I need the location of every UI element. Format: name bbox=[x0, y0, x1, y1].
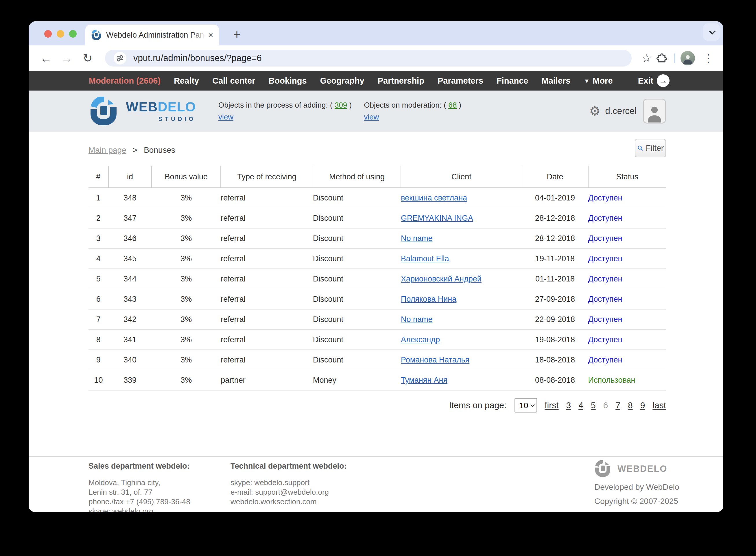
table-row: 83413%referralDiscountАлександр19-08-201… bbox=[88, 329, 666, 350]
objects-moderation-count-link[interactable]: 68 bbox=[448, 101, 457, 109]
client-link[interactable]: Харионовский Андрей bbox=[401, 275, 481, 283]
cell-bonus-value: 3% bbox=[151, 350, 221, 370]
nav-item-more[interactable]: ▼More bbox=[584, 76, 613, 85]
browser-menu-icon[interactable]: ⋮ bbox=[701, 50, 716, 66]
client-link[interactable]: Туманян Аня bbox=[401, 376, 447, 384]
client-link[interactable]: Романова Наталья bbox=[401, 355, 469, 364]
tab-strip: Webdelo Administration Panel × + bbox=[29, 21, 723, 45]
cell-id: 345 bbox=[108, 248, 151, 269]
cell-id: 340 bbox=[108, 350, 151, 370]
logo-text-delo: DELO bbox=[157, 99, 196, 114]
footer-logo-text: WEBDELO bbox=[617, 464, 667, 474]
page-link-5[interactable]: 5 bbox=[591, 401, 596, 410]
page-link-7[interactable]: 7 bbox=[615, 401, 620, 410]
status-badge: Доступен bbox=[588, 315, 622, 324]
nav-item-moderation-2606[interactable]: Moderation (2606) bbox=[89, 76, 160, 85]
page-current: 6 bbox=[603, 401, 608, 410]
minimize-window-button[interactable] bbox=[57, 30, 64, 38]
cell-status: Доступен bbox=[588, 248, 666, 269]
objects-adding-label: Objects in the process of adding: bbox=[218, 101, 328, 109]
browser-profile-avatar[interactable] bbox=[681, 51, 695, 65]
paren: ) bbox=[349, 101, 352, 109]
tab-search-chevron-button[interactable] bbox=[703, 24, 720, 41]
items-per-page-select[interactable]: 10 bbox=[514, 398, 537, 413]
objects-moderation-view-link[interactable]: view bbox=[364, 112, 379, 121]
nav-item-finance[interactable]: Finance bbox=[497, 76, 528, 85]
username[interactable]: d.cercel bbox=[605, 106, 637, 116]
footer-copyright: Copyright © 2007-2025 bbox=[594, 496, 679, 506]
status-badge: Доступен bbox=[588, 214, 622, 222]
client-link[interactable]: No name bbox=[401, 315, 433, 324]
nav-item-bookings[interactable]: Bookings bbox=[269, 76, 307, 85]
cell-bonus-value: 3% bbox=[151, 269, 221, 289]
client-link[interactable]: Полякова Нина bbox=[401, 295, 456, 304]
objects-adding-view-link[interactable]: view bbox=[218, 112, 233, 121]
cell-date: 28-12-2018 bbox=[522, 208, 588, 228]
pagination: Items on page: 10 first3456789last bbox=[88, 398, 666, 413]
nav-item-mailers[interactable]: Mailers bbox=[542, 76, 571, 85]
nav-item-realty[interactable]: Realty bbox=[174, 76, 199, 85]
page-link-9[interactable]: 9 bbox=[640, 401, 645, 410]
extensions-icon[interactable] bbox=[654, 50, 669, 66]
bonuses-table: #idBonus valueType of receivingMethod of… bbox=[88, 166, 666, 390]
reload-button[interactable]: ↻ bbox=[79, 50, 96, 66]
client-link[interactable]: No name bbox=[401, 234, 433, 243]
cell-client: векшина светлана bbox=[401, 188, 522, 208]
cell-method-of-using: Money bbox=[313, 370, 401, 390]
tab-close-icon[interactable]: × bbox=[208, 31, 213, 39]
url-text[interactable]: vput.ru/admin/bonuses/?page=6 bbox=[133, 53, 262, 63]
bookmark-star-icon[interactable]: ☆ bbox=[639, 50, 654, 66]
status-badge: Доступен bbox=[588, 335, 622, 344]
filter-button[interactable]: Filter bbox=[635, 139, 666, 158]
site-settings-icon[interactable] bbox=[114, 52, 127, 65]
client-link[interactable]: Александр bbox=[401, 335, 440, 344]
browser-tab[interactable]: Webdelo Administration Panel × bbox=[85, 25, 219, 45]
page-link-8[interactable]: 8 bbox=[628, 401, 633, 410]
footer-developed-by: Developed by WebDelo bbox=[594, 482, 679, 492]
cell-num: 6 bbox=[88, 289, 108, 309]
table-row: 33463%referralDiscountNo name28-12-2018Д… bbox=[88, 228, 666, 248]
footer-tech-title: Technical department webdelo: bbox=[230, 461, 347, 471]
back-button[interactable]: ← bbox=[38, 50, 54, 66]
webdelo-logo[interactable]: WEBDELO STUDIO bbox=[89, 97, 196, 126]
zoom-window-button[interactable] bbox=[69, 30, 77, 38]
exit-button[interactable]: Exit → bbox=[638, 74, 670, 87]
table-header-row: #idBonus valueType of receivingMethod of… bbox=[88, 166, 666, 188]
page-link-first[interactable]: first bbox=[545, 401, 559, 410]
column-header-status: Status bbox=[588, 166, 666, 188]
client-link[interactable]: Balamout Ella bbox=[401, 254, 449, 263]
toolbar-divider bbox=[675, 53, 675, 63]
new-tab-button[interactable]: + bbox=[229, 26, 245, 42]
close-window-button[interactable] bbox=[44, 30, 52, 38]
exit-label: Exit bbox=[638, 76, 653, 85]
nav-item-call-center[interactable]: Call center bbox=[212, 76, 255, 85]
page-link-4[interactable]: 4 bbox=[578, 401, 583, 410]
paren: ( bbox=[330, 101, 333, 109]
cell-client: Туманян Аня bbox=[401, 370, 522, 390]
cell-type-of-receiving: referral bbox=[221, 228, 313, 248]
cell-type-of-receiving: referral bbox=[221, 188, 313, 208]
user-avatar[interactable] bbox=[643, 99, 666, 124]
nav-item-partnership[interactable]: Partnership bbox=[378, 76, 424, 85]
cell-type-of-receiving: referral bbox=[221, 248, 313, 269]
column-header-id: id bbox=[108, 166, 151, 188]
paren: ) bbox=[459, 101, 461, 109]
cell-bonus-value: 3% bbox=[151, 370, 221, 390]
client-link[interactable]: GREMYAKINA INGA bbox=[401, 214, 473, 222]
objects-adding-count-link[interactable]: 309 bbox=[335, 101, 347, 109]
footer-sales-line: skype: webdelo.org bbox=[88, 507, 190, 512]
client-link[interactable]: векшина светлана bbox=[401, 194, 467, 202]
forward-button[interactable]: → bbox=[59, 50, 75, 66]
breadcrumb-main-page-link[interactable]: Main page bbox=[88, 145, 127, 155]
page-link-last[interactable]: last bbox=[652, 401, 666, 410]
cell-bonus-value: 3% bbox=[151, 188, 221, 208]
url-bar[interactable]: vput.ru/admin/bonuses/?page=6 bbox=[105, 50, 632, 67]
cell-bonus-value: 3% bbox=[151, 309, 221, 329]
page-link-3[interactable]: 3 bbox=[566, 401, 571, 410]
nav-item-parameters[interactable]: Parameters bbox=[438, 76, 483, 85]
filter-button-label: Filter bbox=[646, 143, 664, 153]
gear-icon[interactable]: ⚙ bbox=[589, 105, 601, 117]
cell-bonus-value: 3% bbox=[151, 208, 221, 228]
cell-method-of-using: Discount bbox=[313, 228, 401, 248]
nav-item-geography[interactable]: Geography bbox=[320, 76, 364, 85]
